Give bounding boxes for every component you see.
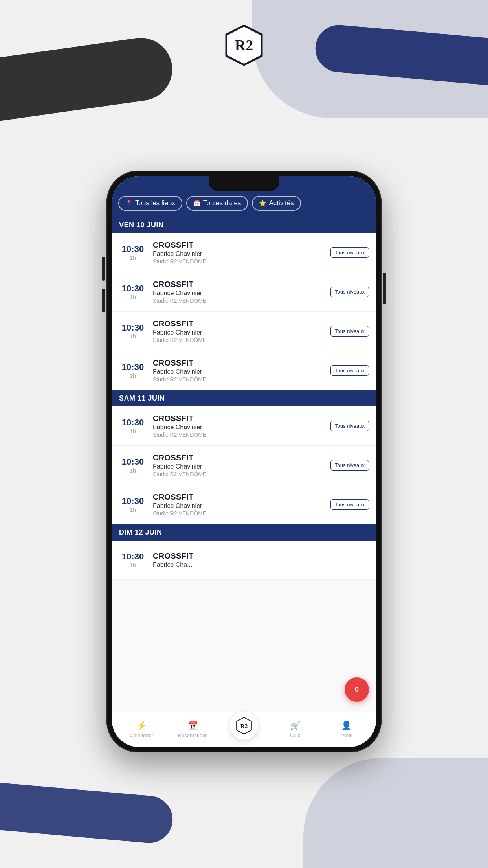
class-time-block: 10:301h: [119, 417, 147, 434]
class-list-item[interactable]: 10:301h CROSSFIT Fabrice Chavinier Studi…: [112, 406, 376, 446]
class-instructor: Fabrice Chavinier: [153, 463, 324, 470]
class-instructor: Fabrice Chavinier: [153, 424, 324, 431]
class-instructor: Fabrice Chavinier: [153, 290, 324, 297]
class-time-value: 10:30: [119, 283, 147, 294]
class-level-badge[interactable]: Tous niveaux: [330, 365, 369, 376]
nav-item-profil[interactable]: 👤 Profil: [321, 717, 372, 741]
class-list-item[interactable]: 10:301h CROSSFIT Fabrice Chavinier Studi…: [112, 272, 376, 312]
class-time-value: 10:30: [119, 457, 147, 467]
class-time-block: 10:301h: [119, 283, 147, 300]
class-list-item[interactable]: 10:301h CROSSFIT Fabrice Chavinier Studi…: [112, 351, 376, 390]
class-duration: 1h: [119, 294, 147, 300]
phone-screen: 📍 Tous les lieux 📅 Toutes dates ⭐ Activi…: [112, 176, 376, 747]
class-studio: Studio R2 VENDÔME: [153, 376, 324, 383]
calendar-icon: 📅: [193, 200, 201, 207]
class-list: VEN 10 JUIN10:301h CROSSFIT Fabrice Chav…: [112, 217, 376, 712]
class-name: CROSSFIT: [153, 552, 369, 561]
class-info-block: CROSSFIT Fabrice Chavinier Studio R2 VEN…: [153, 493, 324, 517]
class-instructor: Fabrice Chavinier: [153, 329, 324, 336]
date-section-header: SAM 11 JUIN: [112, 390, 376, 406]
class-info-block: CROSSFIT Fabrice Chavinier Studio R2 VEN…: [153, 359, 324, 383]
class-duration: 1h: [119, 372, 147, 379]
nav-label-reservations: Réservations: [178, 732, 208, 738]
class-time-value: 10:30: [119, 552, 147, 562]
bottom-nav: ⚡ Calendrier 📅 Réservations R2: [112, 712, 376, 747]
class-studio: Studio R2 VENDÔME: [153, 258, 324, 265]
app-logo: R2: [224, 24, 264, 67]
class-level-badge[interactable]: Tous niveaux: [330, 287, 369, 297]
filter-activities-label: Activités: [269, 199, 294, 207]
class-level-badge[interactable]: Tous niveaux: [330, 247, 369, 258]
nav-item-club[interactable]: 🛒 Club: [270, 717, 321, 741]
cart-nav-icon: 🛒: [290, 721, 301, 731]
class-name: CROSSFIT: [153, 280, 324, 289]
class-name: CROSSFIT: [153, 241, 324, 250]
class-studio: Studio R2 VENDÔME: [153, 471, 324, 477]
class-info-block: CROSSFIT Fabrice Chavinier Studio R2 VEN…: [153, 241, 324, 265]
class-info-block: CROSSFIT Fabrice Chavinier Studio R2 VEN…: [153, 414, 324, 438]
volume-up-button: [102, 257, 105, 281]
class-studio: Studio R2 VENDÔME: [153, 337, 324, 343]
nav-label-calendrier: Calendrier: [130, 732, 153, 738]
class-time-block: 10:301h: [119, 552, 147, 568]
class-time-value: 10:30: [119, 362, 147, 372]
nav-item-reservations[interactable]: 📅 Réservations: [167, 717, 218, 741]
class-duration: 1h: [119, 428, 147, 434]
phone-frame: 📍 Tous les lieux 📅 Toutes dates ⭐ Activi…: [106, 171, 382, 752]
class-list-item[interactable]: 10:301h CROSSFIT Fabrice Cha...: [112, 541, 376, 580]
class-level-badge[interactable]: Tous niveaux: [330, 421, 369, 431]
floating-cart-button[interactable]: 0: [345, 677, 369, 702]
filter-location-label: Tous les lieux: [135, 199, 175, 207]
date-section-header: VEN 10 JUIN: [112, 217, 376, 233]
class-duration: 1h: [119, 562, 147, 568]
class-duration: 1h: [119, 467, 147, 474]
class-time-value: 10:30: [119, 496, 147, 506]
volume-down-button: [102, 289, 105, 312]
class-list-item[interactable]: 10:301h CROSSFIT Fabrice Chavinier Studi…: [112, 446, 376, 485]
class-name: CROSSFIT: [153, 359, 324, 368]
class-name: CROSSFIT: [153, 493, 324, 502]
class-time-block: 10:301h: [119, 362, 147, 379]
calendar-nav-icon: 📅: [187, 721, 198, 731]
class-time-value: 10:30: [119, 244, 147, 254]
class-studio: Studio R2 VENDÔME: [153, 298, 324, 304]
filter-location[interactable]: 📍 Tous les lieux: [118, 196, 182, 211]
class-instructor: Fabrice Chavinier: [153, 502, 324, 509]
class-info-block: CROSSFIT Fabrice Chavinier Studio R2 VEN…: [153, 319, 324, 343]
class-studio: Studio R2 VENDÔME: [153, 510, 324, 517]
bg-curve-bottom-right: [303, 758, 488, 868]
bg-curve-bottom-left: [0, 781, 174, 845]
class-time-value: 10:30: [119, 323, 147, 333]
class-level-badge[interactable]: Tous niveaux: [330, 326, 369, 337]
class-list-item[interactable]: 10:301h CROSSFIT Fabrice Chavinier Studi…: [112, 312, 376, 351]
class-instructor: Fabrice Cha...: [153, 561, 369, 568]
filter-activities[interactable]: ⭐ Activités: [252, 196, 301, 211]
star-icon: ⭐: [259, 200, 266, 207]
nav-label-club: Club: [290, 732, 301, 738]
class-info-block: CROSSFIT Fabrice Chavinier Studio R2 VEN…: [153, 280, 324, 304]
class-list-item[interactable]: 10:301h CROSSFIT Fabrice Chavinier Studi…: [112, 485, 376, 524]
class-duration: 1h: [119, 254, 147, 261]
bg-curve-left: [0, 34, 176, 123]
class-name: CROSSFIT: [153, 453, 324, 462]
class-info-block: CROSSFIT Fabrice Cha...: [153, 552, 369, 568]
nav-label-profil: Profil: [341, 732, 352, 738]
class-time-block: 10:301h: [119, 457, 147, 474]
class-name: CROSSFIT: [153, 414, 324, 423]
phone-notch: [209, 176, 279, 191]
class-time-block: 10:301h: [119, 244, 147, 261]
nav-item-calendrier[interactable]: ⚡ Calendrier: [116, 717, 167, 741]
filter-date[interactable]: 📅 Toutes dates: [186, 196, 248, 211]
class-time-value: 10:30: [119, 417, 147, 428]
nav-item-home[interactable]: R2: [218, 719, 270, 740]
class-level-badge[interactable]: Tous niveaux: [330, 460, 369, 471]
class-duration: 1h: [119, 333, 147, 340]
class-level-badge[interactable]: Tous niveaux: [330, 499, 369, 510]
class-list-item[interactable]: 10:301h CROSSFIT Fabrice Chavinier Studi…: [112, 233, 376, 272]
class-duration: 1h: [119, 506, 147, 513]
profile-icon: 👤: [341, 721, 352, 731]
power-button: [383, 273, 386, 304]
svg-text:R2: R2: [240, 722, 248, 729]
class-instructor: Fabrice Chavinier: [153, 368, 324, 375]
filter-date-label: Toutes dates: [203, 199, 241, 207]
